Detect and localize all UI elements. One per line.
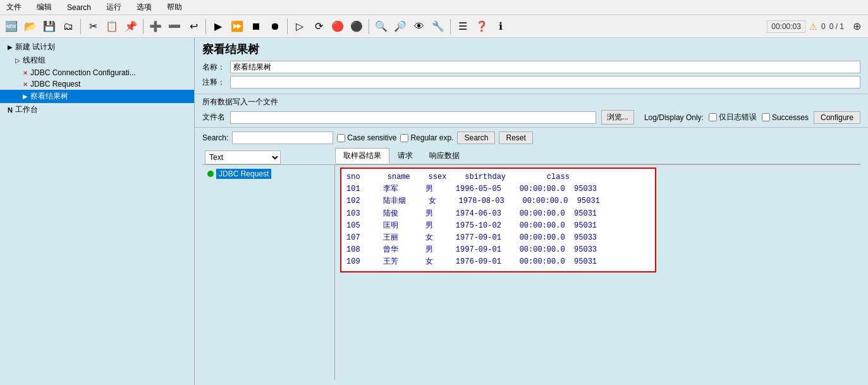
toolbar-play-no-pauses[interactable]: ⏩	[228, 18, 246, 35]
comment-input[interactable]	[230, 76, 860, 89]
search-bar: Search: Case sensitive Regular exp. Sear…	[195, 128, 868, 148]
jdbc-request-label: JDBC Request	[30, 80, 80, 89]
file-label: 文件名	[202, 112, 225, 123]
timer-display: 00:00:03	[767, 20, 805, 33]
regex-label: Regular exp.	[410, 133, 453, 142]
toolbar-sep6	[450, 19, 451, 34]
tree-item-jdbc-config[interactable]: ✕ JDBC Connection Configurati...	[0, 67, 194, 78]
toolbar-status: 00:00:03 ⚠ 0 0 / 1 ⊕	[767, 18, 865, 35]
menu-run[interactable]: 运行	[104, 1, 124, 14]
menu-file[interactable]: 文件	[4, 1, 24, 14]
tab-response-data[interactable]: 响应数据	[421, 148, 468, 164]
threadgroup-icon: ▷	[15, 57, 20, 64]
menu-options[interactable]: 选项	[134, 1, 154, 14]
tab-sampler-results[interactable]: 取样器结果	[335, 148, 389, 164]
toolbar: 🆕 📂 💾 🗂 ✂ 📋 📌 ➕ ➖ ↩ ▶ ⏩ ⏹ ⏺ ▷ ⟳ 🔴 ⚫ 🔍 🔎 …	[0, 15, 868, 38]
menu-edit[interactable]: 编辑	[34, 1, 54, 14]
main-layout: ▶ 新建 试计划 ▷ 线程组 ✕ JDBC Connection Configu…	[0, 38, 868, 385]
case-sensitive-checkbox-label[interactable]: Case sensitive	[337, 133, 396, 142]
toolbar-open[interactable]: 📂	[21, 18, 39, 35]
jdbc-request-icon: ✕	[23, 81, 28, 88]
result-tree-icon: ▶	[23, 93, 28, 100]
toolbar-new[interactable]: 🆕	[3, 18, 20, 35]
results-left-tree: JDBC Request	[202, 165, 335, 380]
comment-label: 注释：	[202, 77, 225, 88]
results-tabs: 取样器结果 请求 响应数据	[335, 148, 860, 164]
tree-item-result-tree[interactable]: ▶ 察看结果树	[0, 90, 194, 103]
tree-item-jdbc-request[interactable]: ✕ JDBC Request	[0, 78, 194, 90]
jdbc-config-icon: ✕	[23, 70, 28, 76]
menu-help[interactable]: 帮助	[164, 1, 185, 14]
warning-icon: ⚠	[809, 21, 817, 32]
toolbar-run-remote[interactable]: ▷	[291, 18, 309, 35]
toolbar-save[interactable]: 💾	[40, 18, 58, 35]
data-table: sno sname ssex sbirthday class 101 李军 男 …	[340, 168, 656, 272]
search-label: Search:	[202, 133, 228, 142]
case-sensitive-label: Case sensitive	[347, 133, 396, 142]
reset-button[interactable]: Reset	[499, 131, 532, 144]
text-dropdown[interactable]: Text	[205, 150, 281, 164]
toolbar-sep2	[143, 19, 144, 34]
file-section-label: 所有数据写入一个文件	[202, 97, 860, 107]
name-label: 名称：	[202, 62, 225, 73]
regex-checkbox-label[interactable]: Regular exp.	[400, 133, 453, 142]
errors-checkbox[interactable]	[709, 113, 717, 121]
menu-search[interactable]: Search	[64, 2, 94, 13]
tab-request[interactable]: 请求	[389, 148, 421, 164]
toolbar-sep4	[287, 19, 288, 34]
right-panel: 察看结果树 名称： 注释： 所有数据写入一个文件 文件名 浏览... Log/D…	[195, 38, 868, 385]
regex-checkbox[interactable]	[400, 134, 408, 142]
tree-item-threadgroup[interactable]: ▷ 线程组	[0, 54, 194, 67]
toolbar-info[interactable]: ℹ	[492, 18, 510, 35]
file-section: 所有数据写入一个文件 文件名 浏览... Log/Display Only: 仅…	[195, 94, 868, 128]
toolbar-sep1	[80, 19, 81, 34]
jdbc-config-label: JDBC Connection Configurati...	[30, 68, 136, 77]
toolbar-shutdown[interactable]: ⏺	[266, 18, 284, 35]
search-input[interactable]	[232, 131, 333, 144]
result-tree-jdbc-request[interactable]: JDBC Request	[202, 168, 334, 180]
toolbar-function[interactable]: 🔧	[429, 18, 447, 35]
panel-header: 察看结果树 名称： 注释：	[195, 38, 868, 94]
toolbar-remove[interactable]: ➖	[166, 18, 183, 35]
checkbox-errors[interactable]: 仅日志错误	[709, 112, 757, 123]
tree-item-testplan[interactable]: ▶ 新建 试计划	[0, 40, 194, 54]
toolbar-binoculars[interactable]: 👁	[410, 18, 428, 35]
toolbar-back[interactable]: ↩	[185, 18, 202, 35]
left-panel: ▶ 新建 试计划 ▷ 线程组 ✕ JDBC Connection Configu…	[0, 38, 195, 385]
toolbar-add[interactable]: ➕	[147, 18, 164, 35]
toolbar-expand[interactable]: ⊕	[848, 18, 865, 35]
successes-label: Successes	[772, 113, 809, 122]
name-input[interactable]	[230, 61, 860, 73]
toolbar-paste[interactable]: 📌	[122, 18, 140, 35]
successes-checkbox[interactable]	[762, 113, 770, 121]
menu-bar: 文件 编辑 Search 运行 选项 帮助	[0, 0, 868, 15]
toolbar-play[interactable]: ▶	[209, 18, 227, 35]
toolbar-cut[interactable]: ✂	[84, 18, 102, 35]
tree-item-workbench[interactable]: N 工作台	[0, 103, 194, 116]
file-input[interactable]	[230, 111, 596, 124]
toolbar-copy[interactable]: 📋	[103, 18, 121, 35]
comment-row: 注释：	[202, 76, 860, 89]
search-button[interactable]: Search	[457, 131, 495, 144]
name-row: 名称：	[202, 61, 860, 73]
toolbar-search[interactable]: 🔍	[372, 18, 390, 35]
result-item-label: JDBC Request	[216, 169, 271, 179]
panel-title: 察看结果树	[202, 42, 860, 57]
toolbar-clear[interactable]: 🔴	[329, 18, 346, 35]
toolbar-merge[interactable]: 🔎	[391, 18, 409, 35]
toolbar-list[interactable]: ☰	[454, 18, 472, 35]
configure-button[interactable]: Configure	[814, 111, 860, 124]
checkbox-successes[interactable]: Successes	[762, 113, 809, 122]
results-area: Text 取样器结果 请求 响应数据 JDBC Re	[195, 148, 868, 385]
toolbar-clear-all[interactable]: ⚫	[348, 18, 365, 35]
case-sensitive-checkbox[interactable]	[337, 134, 345, 142]
toolbar-help[interactable]: ❓	[473, 18, 491, 35]
browse-button[interactable]: 浏览...	[601, 110, 634, 125]
errors-label: 仅日志错误	[719, 112, 757, 123]
toolbar-save-all[interactable]: 🗂	[59, 18, 77, 35]
toolbar-stop[interactable]: ⏹	[247, 18, 265, 35]
workbench-icon: N	[8, 106, 13, 114]
status-dot	[207, 171, 214, 177]
toolbar-stop-remote[interactable]: ⟳	[310, 18, 327, 35]
workbench-label: 工作台	[15, 104, 38, 115]
